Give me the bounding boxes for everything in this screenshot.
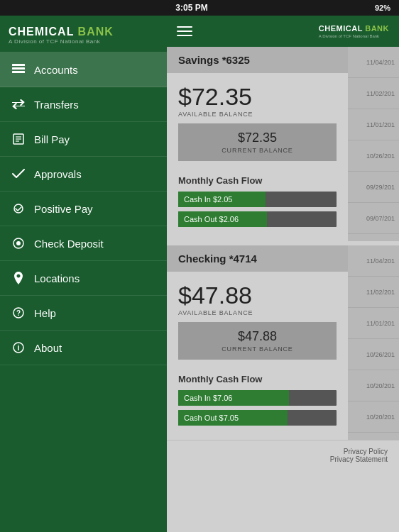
savings-cashout-row: Cash Out $2.06 <box>178 211 337 227</box>
footer: Privacy Policy Privacy Statement <box>167 440 399 470</box>
savings-header: Savings *6325 <box>167 47 348 73</box>
checking-cashflow: Monthly Cash Flow Cash In $7.06 <box>167 367 348 440</box>
hamburger-line3 <box>177 35 192 36</box>
savings-current-box: $72.35 CURRENT BALANCE <box>178 123 337 161</box>
sidebar-item-billpay[interactable]: Bill Pay <box>0 122 167 157</box>
status-time: 3:05 PM <box>9 3 375 13</box>
top-logo-line2: A Division of TCF National Bank <box>319 34 389 38</box>
savings-cashin-fill: Cash In $2.05 <box>178 192 266 207</box>
savings-main: Savings *6325 $72.35 AVAILABLE BALANCE $… <box>167 47 348 241</box>
checking-cashin-fill: Cash In $7.06 <box>178 390 289 406</box>
top-bar-logo: CHEMICAL BANK A Division of TCF National… <box>319 24 389 38</box>
checking-cashout-label: Cash Out $7.05 <box>184 414 239 422</box>
svg-text:i: i <box>17 343 19 352</box>
savings-balance-block: $72.35 AVAILABLE BALANCE <box>167 73 348 123</box>
right-panel: CHEMICAL BANK A Division of TCF National… <box>167 16 399 532</box>
sidebar-item-help[interactable]: ? Help <box>0 296 167 331</box>
checking-cashin-bg: Cash In $7.06 <box>178 390 337 406</box>
checking-main: Checking *4714 $47.88 AVAILABLE BALANCE … <box>167 245 348 440</box>
svg-text:?: ? <box>16 309 21 317</box>
checking-current-amount: $47.88 <box>238 329 277 344</box>
nav-items: Accounts Transfers Bill Pay Approvals <box>0 52 167 532</box>
savings-section: Savings *6325 $72.35 AVAILABLE BALANCE $… <box>167 47 399 241</box>
checking-cashflow-title: Monthly Cash Flow <box>178 374 337 384</box>
accounts-icon <box>11 62 26 77</box>
savings-cashin-label: Cash In $2.05 <box>184 195 233 204</box>
savings-current-label: CURRENT BALANCE <box>222 147 293 154</box>
savings-cashflow-title: Monthly Cash Flow <box>178 175 337 186</box>
sidebar-label-about: About <box>34 342 62 354</box>
about-icon: i <box>11 340 26 355</box>
sidebar-label-approvals: Approvals <box>34 168 82 180</box>
savings-date-2: 11/02/201 <box>348 78 399 109</box>
hamburger-menu[interactable] <box>177 26 192 36</box>
status-bar: 3:05 PM 92% <box>0 0 399 16</box>
top-logo-text: CHEMICAL BANK A Division of TCF National… <box>319 24 389 38</box>
sidebar-label-locations: Locations <box>34 272 80 284</box>
checking-available: $47.88 AVAILABLE BALANCE <box>178 283 253 316</box>
sidebar-item-checkdeposit[interactable]: Check Deposit <box>0 226 167 261</box>
checkdeposit-icon <box>11 236 26 250</box>
sidebar-item-positivepay[interactable]: Positive Pay <box>0 192 167 226</box>
privacy-statement-link[interactable]: Privacy Statement <box>178 455 388 463</box>
sidebar: CHEMICAL BANK A Division of TCF National… <box>0 16 167 532</box>
sidebar-item-about[interactable]: i About <box>0 331 167 365</box>
checking-available-amount: $47.88 <box>178 283 253 307</box>
positivepay-icon <box>11 201 26 216</box>
logo-main: CHEMICAL BANK <box>9 26 158 38</box>
sidebar-item-transfers[interactable]: Transfers <box>0 87 167 122</box>
checking-current-label: CURRENT BALANCE <box>222 345 293 353</box>
savings-cashout-fill: Cash Out $2.06 <box>178 211 267 227</box>
app-container: CHEMICAL BANK A Division of TCF National… <box>0 16 399 532</box>
help-icon: ? <box>11 306 26 320</box>
svg-rect-0 <box>12 64 25 66</box>
checking-date-5: 10/20/201 <box>348 370 399 401</box>
sidebar-header: CHEMICAL BANK A Division of TCF National… <box>0 16 167 52</box>
savings-cashin-bg: Cash In $2.05 <box>178 192 337 207</box>
checking-date-1: 11/04/201 <box>348 245 399 277</box>
checking-cashout-row: Cash Out $7.05 <box>178 410 337 426</box>
checking-date-6: 10/20/201 <box>348 401 399 433</box>
checking-balance-block: $47.88 AVAILABLE BALANCE <box>167 272 348 322</box>
checking-date-2: 11/02/201 <box>348 277 399 308</box>
locations-icon <box>11 271 26 285</box>
savings-date-4: 10/26/201 <box>348 140 399 172</box>
savings-cashout-label: Cash Out $2.06 <box>184 215 239 223</box>
sidebar-label-accounts: Accounts <box>34 64 78 76</box>
sidebar-item-approvals[interactable]: Approvals <box>0 157 167 192</box>
transfers-icon <box>11 97 26 111</box>
savings-cashin-row: Cash In $2.05 <box>178 192 337 207</box>
sidebar-item-locations[interactable]: Locations <box>0 261 167 296</box>
top-bar: CHEMICAL BANK A Division of TCF National… <box>167 16 399 47</box>
checking-available-label: AVAILABLE BALANCE <box>178 309 253 316</box>
top-logo-line1: CHEMICAL BANK <box>319 24 389 33</box>
privacy-policy-link[interactable]: Privacy Policy <box>178 448 388 455</box>
sidebar-item-accounts[interactable]: Accounts <box>0 52 167 87</box>
savings-available-amount: $72.35 <box>178 84 253 109</box>
sidebar-label-positivepay: Positive Pay <box>34 203 93 215</box>
savings-cashflow: Monthly Cash Flow Cash In $2.05 <box>167 168 348 241</box>
content-scroll[interactable]: Savings *6325 $72.35 AVAILABLE BALANCE $… <box>167 47 399 532</box>
sidebar-logo: CHEMICAL BANK A Division of TCF National… <box>9 26 158 45</box>
checking-cashin-label: Cash In $7.06 <box>184 394 233 402</box>
savings-date-3: 11/01/201 <box>348 109 399 140</box>
battery-percent: 92% <box>375 4 390 12</box>
savings-date-5: 09/29/201 <box>348 172 399 203</box>
checking-date-3: 11/01/201 <box>348 308 399 339</box>
svg-rect-1 <box>12 67 25 70</box>
approvals-icon <box>11 167 26 181</box>
checking-section: Checking *4714 $47.88 AVAILABLE BALANCE … <box>167 245 399 440</box>
savings-date-6: 09/07/201 <box>348 203 399 234</box>
checking-current-box: $47.88 CURRENT BALANCE <box>178 322 337 360</box>
sidebar-label-checkdeposit: Check Deposit <box>34 238 104 250</box>
checking-cashout-fill: Cash Out $7.05 <box>178 410 288 426</box>
svg-rect-2 <box>12 71 25 73</box>
logo-sub: A Division of TCF National Bank <box>9 38 158 45</box>
hamburger-line1 <box>177 26 192 28</box>
hamburger-line2 <box>177 31 192 32</box>
savings-date-1: 11/04/201 <box>348 47 399 78</box>
battery-indicator: 92% <box>375 4 390 12</box>
checking-cashout-bg: Cash Out $7.05 <box>178 410 337 426</box>
savings-available: $72.35 AVAILABLE BALANCE <box>178 84 253 118</box>
svg-point-9 <box>16 241 21 245</box>
